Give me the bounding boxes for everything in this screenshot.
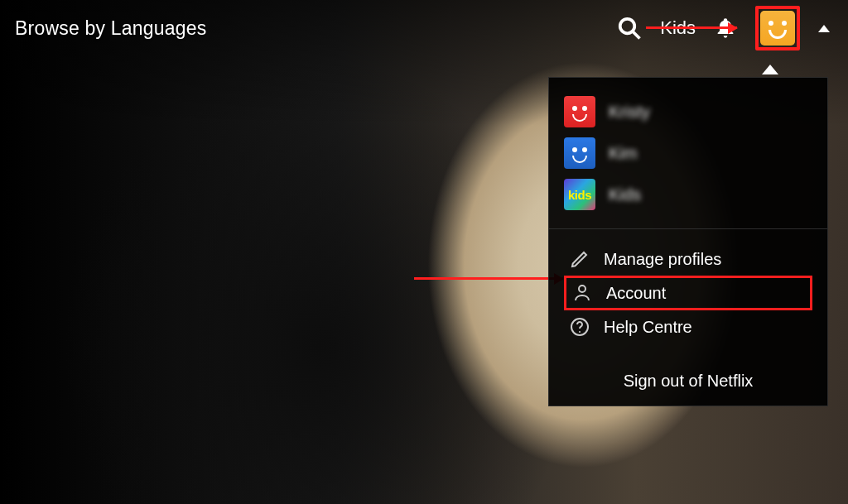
profile-dropdown: Kristy Kim kids Kids Manage profiles bbox=[548, 77, 828, 406]
annotation-arrow-account bbox=[414, 277, 563, 280]
profile-name-1: Kim bbox=[609, 144, 637, 163]
dropdown-menu: Manage profiles Account Help Centre bbox=[549, 228, 827, 357]
dropdown-profiles: Kristy Kim kids Kids bbox=[549, 78, 827, 228]
annotation-arrow-top bbox=[646, 26, 737, 29]
menu-account[interactable]: Account bbox=[564, 276, 812, 310]
pencil-icon bbox=[567, 249, 592, 269]
svg-point-0 bbox=[620, 19, 635, 34]
menu-manage-profiles[interactable]: Manage profiles bbox=[564, 242, 812, 276]
profile-avatar[interactable] bbox=[760, 11, 795, 46]
svg-line-1 bbox=[633, 31, 640, 39]
profile-row-1[interactable]: Kim bbox=[564, 132, 812, 174]
profile-row-0[interactable]: Kristy bbox=[564, 91, 812, 132]
profile-row-2[interactable]: kids Kids bbox=[564, 174, 812, 215]
menu-help-centre[interactable]: Help Centre bbox=[564, 310, 812, 343]
dropdown-caret-icon bbox=[762, 65, 778, 74]
caret-up-icon bbox=[818, 25, 830, 32]
browse-by-languages-link[interactable]: Browse by Languages bbox=[15, 17, 206, 40]
profile-avatar-2: kids bbox=[564, 179, 595, 210]
smile-icon bbox=[768, 30, 787, 39]
menu-label: Help Centre bbox=[604, 318, 692, 337]
profile-name-2: Kids bbox=[609, 185, 641, 204]
menu-label: Manage profiles bbox=[604, 250, 721, 269]
menu-sign-out[interactable]: Sign out of Netflix bbox=[549, 357, 827, 406]
help-icon bbox=[567, 317, 592, 337]
profile-avatar-1 bbox=[564, 137, 595, 169]
profile-name-0: Kristy bbox=[609, 103, 650, 122]
menu-label: Account bbox=[606, 284, 666, 303]
search-icon[interactable] bbox=[617, 16, 642, 41]
svg-point-4 bbox=[579, 331, 581, 333]
profile-avatar-0 bbox=[564, 96, 595, 127]
svg-point-2 bbox=[579, 286, 585, 292]
profile-avatar-highlight bbox=[755, 6, 800, 50]
person-icon bbox=[570, 283, 595, 303]
